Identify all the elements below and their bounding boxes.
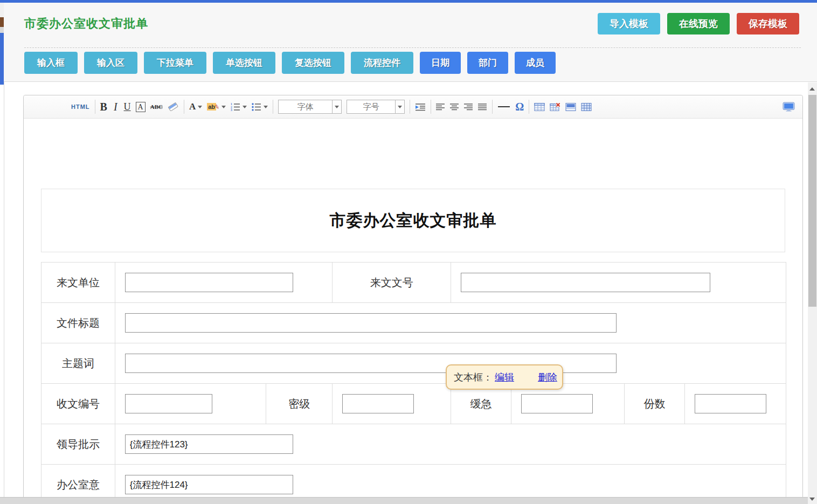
- doc-title-input[interactable]: [125, 313, 617, 333]
- browser-top-bar: [0, 0, 817, 3]
- copies-input[interactable]: [695, 394, 766, 413]
- unordered-list-icon[interactable]: [252, 99, 268, 114]
- align-right-icon[interactable]: [464, 99, 473, 114]
- left-edge-fragment: [0, 3, 4, 504]
- field-label-doc-number: 来文文号: [333, 263, 451, 303]
- tooltip-edit-link[interactable]: 编辑: [495, 371, 514, 384]
- font-size-select[interactable]: 字号: [347, 100, 405, 114]
- scroll-up-icon[interactable]: [809, 87, 815, 91]
- toolbox-department-button[interactable]: 部门: [467, 52, 508, 74]
- document-title: 市委办公室收文审批单: [330, 210, 497, 232]
- secrecy-input[interactable]: [342, 394, 414, 413]
- ordered-list-icon[interactable]: 123: [231, 99, 247, 114]
- field-label-receipt-number: 收文编号: [41, 384, 115, 424]
- bold-icon[interactable]: B: [100, 99, 107, 114]
- delete-table-icon[interactable]: [550, 99, 560, 114]
- document-title-box: 市委办公室收文审批单: [41, 189, 785, 252]
- toolbox-checkbox-button[interactable]: 复选按钮: [282, 52, 344, 74]
- table-cell: [115, 303, 786, 343]
- control-tooltip: 文本框： 编辑 删除: [446, 364, 563, 390]
- field-label-copies: 份数: [625, 384, 685, 424]
- table-cell: [115, 424, 786, 465]
- table-cell: [115, 263, 333, 303]
- special-char-icon[interactable]: Ω: [515, 99, 524, 114]
- document-form-table: 来文单位 来文文号 文件标题 主题词: [41, 262, 786, 504]
- toolbox-radio-button[interactable]: 单选按钮: [213, 52, 275, 74]
- font-color-icon[interactable]: A: [189, 99, 202, 114]
- table-cell: [685, 384, 786, 424]
- left-fragment-blue: [0, 33, 4, 85]
- table-row-props-icon[interactable]: [565, 99, 576, 114]
- table-row: 主题词: [41, 343, 786, 384]
- highlight-color-icon[interactable]: ab✎: [207, 99, 226, 114]
- indent-icon[interactable]: [415, 99, 426, 114]
- table-row: 领导批示: [41, 424, 786, 465]
- header-action-buttons: 导入模板 在线预览 保存模板: [598, 13, 799, 34]
- save-template-button[interactable]: 保存模板: [737, 13, 799, 34]
- doc-number-input[interactable]: [461, 273, 710, 292]
- left-fragment-brown: [0, 17, 4, 27]
- toolbox-date-button[interactable]: 日期: [420, 52, 461, 74]
- font-family-select[interactable]: 字体: [278, 100, 342, 114]
- toolbar-separator: [184, 100, 184, 114]
- table-cell-props-icon[interactable]: [581, 99, 592, 114]
- align-center-icon[interactable]: [450, 99, 459, 114]
- align-justify-icon[interactable]: [478, 99, 487, 114]
- field-label-doc-title: 文件标题: [41, 303, 115, 343]
- toolbar-separator: [273, 100, 273, 114]
- eraser-icon[interactable]: [168, 99, 179, 114]
- toolbox-member-button[interactable]: 成员: [515, 52, 556, 74]
- table-row: 收文编号 密级 缓急 份数: [41, 384, 786, 424]
- toolbar-separator: [410, 100, 410, 114]
- table-row: 文件标题: [41, 303, 786, 343]
- fullscreen-icon[interactable]: [783, 99, 795, 114]
- toolbox-input-box-button[interactable]: 输入框: [24, 52, 78, 74]
- horizontal-rule-icon[interactable]: [497, 99, 510, 114]
- toolbox-textarea-button[interactable]: 输入区: [84, 52, 137, 74]
- office-opinion-input[interactable]: [125, 475, 293, 494]
- field-label-keywords: 主题词: [41, 343, 115, 384]
- component-toolbox: 输入框 输入区 下拉菜单 单选按钮 复选按钮 流程控件 日期 部门 成员: [24, 52, 556, 74]
- vertical-scrollbar-thumb[interactable]: [808, 95, 816, 307]
- align-left-icon[interactable]: [436, 99, 445, 114]
- table-cell: [333, 384, 451, 424]
- import-template-button[interactable]: 导入模板: [598, 13, 660, 34]
- page-header: 市委办公室收文审批单 导入模板 在线预览 保存模板 输入框 输入区 下拉菜单 单…: [4, 3, 817, 82]
- left-fragment-light: [0, 27, 4, 33]
- field-label-source-unit: 来文单位: [41, 263, 115, 303]
- strikethrough-icon[interactable]: ABC: [150, 99, 163, 114]
- source-code-icon[interactable]: HTML: [71, 99, 90, 114]
- page-title: 市委办公室收文审批单: [24, 16, 148, 32]
- header-divider: [24, 47, 801, 48]
- receipt-number-input[interactable]: [125, 394, 212, 413]
- vertical-scrollbar[interactable]: [808, 82, 817, 504]
- field-label-leader-comment: 领导批示: [41, 424, 115, 465]
- italic-icon[interactable]: I: [112, 99, 119, 114]
- underline-icon[interactable]: U: [124, 99, 131, 114]
- table-row: 来文单位 来文文号: [41, 263, 786, 303]
- toolbar-separator: [95, 100, 95, 114]
- leader-comment-input[interactable]: [125, 434, 293, 454]
- table-cell: [451, 263, 786, 303]
- toolbox-flow-control-button[interactable]: 流程控件: [351, 52, 413, 74]
- insert-table-icon[interactable]: [534, 99, 545, 114]
- font-size-dropdown-icon[interactable]: [395, 100, 404, 113]
- toolbox-dropdown-button[interactable]: 下拉菜单: [144, 52, 206, 74]
- char-border-icon[interactable]: A: [136, 102, 146, 112]
- left-edge-divider-lower: [4, 79, 4, 501]
- toolbar-separator: [492, 100, 493, 114]
- toolbar-separator: [529, 100, 529, 114]
- font-family-dropdown-icon[interactable]: [332, 100, 341, 113]
- online-preview-button[interactable]: 在线预览: [667, 13, 730, 34]
- table-cell: [115, 384, 266, 424]
- source-unit-input[interactable]: [125, 273, 293, 292]
- horizontal-scrollbar[interactable]: [0, 497, 808, 504]
- field-label-secrecy: 密级: [266, 384, 333, 424]
- urgency-input[interactable]: [521, 394, 593, 413]
- tooltip-delete-link[interactable]: 删除: [538, 371, 557, 384]
- editor-content[interactable]: 市委办公室收文审批单 来文单位 来文文号 文件标题: [24, 189, 802, 504]
- toolbar-separator: [431, 100, 431, 114]
- tooltip-label: 文本框：: [454, 371, 493, 384]
- scroll-down-icon[interactable]: [809, 498, 815, 501]
- left-fragment-gray: [0, 3, 4, 17]
